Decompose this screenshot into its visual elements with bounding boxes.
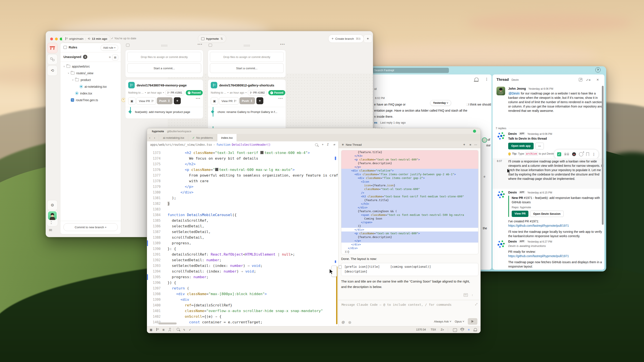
chevron-down-icon[interactable]: ˅	[68, 72, 71, 74]
outline-panel-icon[interactable]: ≣	[162, 328, 165, 331]
new-thread-icon[interactable]: +	[463, 143, 465, 147]
list-view-toggle[interactable]: ≡	[109, 55, 111, 59]
collapse-lane-icon[interactable]	[126, 44, 130, 47]
message-more-button[interactable]: ⋯	[535, 143, 544, 149]
search-icon[interactable]	[177, 328, 180, 331]
tree-item-index.tsx[interactable]: index.tsx✎	[60, 90, 132, 97]
settings-gear-icon[interactable]: ⚙	[47, 200, 58, 210]
assistant-menu-icon[interactable]: ⋯	[474, 143, 478, 146]
commit-actions-icon[interactable]: ▣	[211, 97, 218, 105]
author-name[interactable]: John Jeong	[508, 87, 526, 90]
message-time[interactable]: Yesterday at 6:27 PM	[527, 240, 552, 243]
close-window-button[interactable]	[50, 37, 53, 40]
create-branch-button[interactable]: + Create branch ⌘B	[328, 34, 364, 43]
runnables-icon[interactable]: ϟ	[184, 328, 185, 331]
thread-replies-link[interactable]: es	[374, 121, 377, 124]
minimize-window-button[interactable]	[55, 37, 58, 40]
ask-mode-dropdown[interactable]: Always Ask ˅	[434, 320, 451, 323]
message-time[interactable]: Yesterday at 6:06 PM	[527, 132, 552, 135]
emoji-reaction[interactable]	[572, 152, 576, 156]
assistant-input[interactable]: Message Claude Code — @ to include conte…	[342, 303, 452, 306]
thread-scrollbar[interactable]	[602, 86, 604, 225]
tab-index-tsx[interactable]: index.tsx	[217, 134, 237, 141]
push-button[interactable]: Push ↥	[240, 97, 255, 104]
bell-icon[interactable]	[475, 77, 478, 81]
ci-status-badge[interactable]: ✓Passed	[186, 90, 203, 95]
git-panel-icon[interactable]	[156, 328, 158, 332]
avatar-devin[interactable]	[496, 240, 505, 248]
avatar-john[interactable]	[496, 87, 505, 95]
drag-handle[interactable]	[244, 44, 250, 46]
branches-tab-icon[interactable]	[47, 54, 58, 64]
debug-icon[interactable]	[461, 328, 464, 332]
workspace-tab-icon[interactable]	[47, 43, 58, 53]
more-actions-icon[interactable]: ⋮	[592, 152, 596, 156]
project-switcher[interactable]: hyprnote ⇅	[198, 34, 226, 43]
mention-icon[interactable]: @	[342, 320, 345, 324]
model-dropdown[interactable]: Opus ˅	[455, 320, 464, 323]
feedback-mail-icon[interactable]: ✉	[49, 228, 52, 233]
markdown-icon[interactable]: MD	[464, 293, 468, 297]
tree-item-routeTree.gen.ts[interactable]: TSrouteTree.gen.ts✎	[60, 97, 128, 103]
tree-view-toggle[interactable]: ⊞	[112, 55, 118, 60]
user-avatar[interactable]	[48, 211, 57, 220]
notifications-bell-icon[interactable]	[474, 328, 477, 331]
collapse-lane-icon[interactable]	[208, 44, 212, 47]
slack-search-input[interactable]: Search Fastrepl	[372, 68, 449, 73]
scroll-up-icon[interactable]: ↑	[472, 293, 473, 297]
add-rule-button[interactable]: Add rule +	[100, 45, 118, 51]
start-commit-button[interactable]: Start a commit...	[127, 63, 201, 73]
branch-name[interactable]: devin/1764380912-gallery-shortcuts	[219, 83, 274, 87]
bookmark-icon[interactable]	[586, 152, 589, 156]
author-name[interactable]: Devin	[508, 191, 517, 194]
avatar-devin[interactable]	[496, 131, 505, 140]
open-in-window-icon[interactable]: ↗	[579, 78, 582, 81]
lane-menu-icon[interactable]: •••	[280, 42, 285, 46]
tree-item-apps-web-src[interactable]: ˅apps/web/src	[60, 63, 124, 70]
code-editor[interactable]: 1373 <h2 className="text-3xl font-serif …	[147, 148, 338, 326]
lane-menu-icon[interactable]: •••	[198, 42, 202, 46]
push-button[interactable]: Push ↥	[157, 97, 172, 104]
commit-actions-icon[interactable]: ▣	[128, 97, 136, 105]
account-switcher-chevrons[interactable]: ˄˅	[50, 221, 52, 225]
project-panel-icon[interactable]: ▦	[150, 328, 152, 331]
terminal-icon[interactable]: ›_	[453, 328, 457, 332]
tree-item-product[interactable]: ˅product	[60, 76, 132, 83]
close-icon[interactable]: ×	[596, 77, 599, 82]
zoom-indicator[interactable]: Z»	[441, 328, 444, 331]
drag-handle[interactable]	[161, 44, 168, 46]
start-commit-button[interactable]: Start a commit...	[210, 63, 284, 73]
checklist-icon[interactable]: ✓≡	[586, 78, 590, 82]
ai-commit-icon[interactable]	[256, 97, 263, 104]
commit-row[interactable]: feat(web): add memory layer product page	[125, 107, 203, 117]
tab-ai-notetaking[interactable]: ai-notetaking.tsx	[159, 134, 188, 141]
swap-icon[interactable]: ⇄	[334, 143, 335, 146]
copy-icon[interactable]	[339, 265, 342, 269]
chevron-down-icon[interactable]: ˅	[64, 65, 66, 68]
expand-input-icon[interactable]: ⤢	[475, 303, 477, 306]
nav-back-icon[interactable]: ‹	[149, 136, 150, 139]
ci-status-badge[interactable]: ✓Passed	[268, 90, 285, 95]
text-tool-icon[interactable]: I	[327, 143, 329, 146]
project-name[interactable]: hyprnote	[152, 130, 164, 133]
horizontal-scrollbar-thumb[interactable]	[158, 323, 177, 325]
commit-row[interactable]: chore: rename Gallery to Prompt Gallery …	[208, 107, 286, 117]
diagnostics-status[interactable]: ✓No problems	[188, 134, 217, 141]
message-time[interactable]: Yesterday at 6:06 PM	[528, 87, 553, 90]
context-target-icon[interactable]: ◎	[348, 320, 351, 324]
author-name[interactable]: Devin	[508, 240, 517, 243]
eyes-emoji-reaction[interactable]	[564, 153, 569, 156]
pr-link[interactable]: https://github.com/fastrepl/hyprnote/pul…	[508, 254, 604, 258]
collab-indicator[interactable]	[473, 130, 476, 133]
send-button[interactable]	[468, 318, 477, 325]
drop-files-zone[interactable]: Drop files to assign or commit directly	[127, 52, 201, 62]
card-menu-icon[interactable]: •••	[196, 96, 200, 100]
pr-pill[interactable]: PR #1981	[165, 90, 184, 95]
branch-name[interactable]: devin/1764380749-memory-page	[137, 83, 187, 87]
tree-item-routes-_view[interactable]: ˅routes/_view	[60, 70, 128, 76]
open-devin-session-button[interactable]: Open Devin Session	[530, 211, 564, 217]
diagnostics-check-icon[interactable]: ✓	[189, 328, 191, 331]
workspace-branch[interactable]: gitbutler/workspace	[167, 130, 192, 133]
thread-list-icon[interactable]: ≡	[470, 143, 471, 146]
message-time[interactable]: Yesterday at 6:15 PM	[527, 191, 552, 194]
